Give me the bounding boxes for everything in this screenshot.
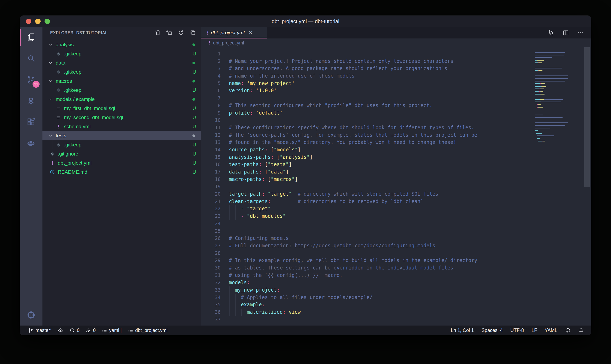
- tree-item-readme-md[interactable]: README.mdU: [42, 168, 201, 177]
- minimap-line: [535, 120, 582, 121]
- tree-item-gitkeep[interactable]: .gitkeepU: [42, 67, 201, 77]
- code-line-19[interactable]: 19: [201, 183, 591, 191]
- code-line-12[interactable]: 12# The `source-paths` config, for examp…: [201, 131, 591, 139]
- minimize-window-button[interactable]: [35, 19, 41, 24]
- tree-item-label: models / example: [56, 96, 95, 102]
- activity-item-debug[interactable]: [20, 90, 42, 111]
- status-left-0[interactable]: 0: [69, 328, 80, 333]
- tree-item-my-first-dbt-model-sql[interactable]: my_first_dbt_model.sqlU: [42, 104, 201, 113]
- status-left-yaml[interactable]: yaml |: [102, 328, 122, 333]
- title-bar[interactable]: dbt_project.yml — dbt-tutorial: [20, 16, 591, 27]
- refresh-button[interactable]: [178, 30, 184, 36]
- new-folder-button[interactable]: [166, 30, 172, 36]
- breadcrumb[interactable]: ! dbt_project.yml: [201, 39, 591, 47]
- code-line-16[interactable]: 16test-paths: ["tests"]: [201, 161, 591, 168]
- activity-item-extensions[interactable]: [20, 111, 42, 132]
- line-content: target-path: "target" # directory which …: [229, 191, 438, 198]
- split-button[interactable]: [562, 29, 569, 36]
- minimap[interactable]: [535, 50, 582, 146]
- code-line-27[interactable]: 27# Full documentation: https://docs.get…: [201, 242, 591, 250]
- code-line-11[interactable]: 11# These configurations specify where d…: [201, 124, 591, 131]
- close-tab-icon[interactable]: ×: [249, 30, 252, 36]
- tree-item-models-example[interactable]: models / example: [42, 95, 201, 104]
- code-line-32[interactable]: 32models:: [201, 279, 591, 286]
- tree-item-dbt-project-yml[interactable]: !dbt_project.ymlU: [42, 158, 201, 168]
- tree-item-gitkeep[interactable]: .gitkeepU: [42, 86, 201, 95]
- code-line-5[interactable]: 5name: 'my_new_project': [201, 80, 591, 87]
- line-number: 16: [201, 161, 221, 168]
- code-line-26[interactable]: 26# Configuring models: [201, 235, 591, 242]
- tree-item-analysis[interactable]: analysis: [42, 40, 201, 49]
- activity-item-search[interactable]: [20, 48, 42, 69]
- code-line-35[interactable]: 35 example:: [201, 301, 591, 309]
- code-line-37[interactable]: 37: [201, 316, 591, 324]
- code-line-1[interactable]: 1: [201, 50, 591, 58]
- status-right-smiley[interactable]: [565, 328, 571, 333]
- breadcrumb-item-file[interactable]: dbt_project.yml: [213, 40, 244, 46]
- activity-item-settings[interactable]: [20, 304, 42, 325]
- line-number: 13: [201, 139, 221, 146]
- status-right-yaml[interactable]: YAML: [545, 328, 557, 333]
- activity-item-explorer[interactable]: [20, 27, 42, 48]
- collapse-all-button[interactable]: [190, 30, 196, 36]
- new-file-button[interactable]: [154, 30, 161, 36]
- code-line-3[interactable]: 3# and underscores. A good package name …: [201, 65, 591, 72]
- code-line-6[interactable]: 6version: '1.0.0': [201, 87, 591, 94]
- status-right-bell[interactable]: [578, 328, 584, 333]
- code-line-14[interactable]: 14source-paths: ["models"]: [201, 146, 591, 154]
- status-left-dbt-project-yml[interactable]: dbt_project.yml: [128, 328, 167, 333]
- tree-item-macros[interactable]: macros: [42, 77, 201, 86]
- code-line-31[interactable]: 31# using the `{{ config(...) }}` macro.: [201, 272, 591, 279]
- status-left-0[interactable]: 0: [85, 328, 96, 333]
- code-line-24[interactable]: 24: [201, 220, 591, 228]
- code-line-30[interactable]: 30# as tables. These settings can be ove…: [201, 264, 591, 272]
- code-line-9[interactable]: 9profile: 'default': [201, 109, 591, 117]
- code-line-21[interactable]: 21clean-targets: # directories to be rem…: [201, 198, 591, 205]
- tree-item-gitkeep[interactable]: .gitkeepU: [42, 49, 201, 58]
- status-left-master[interactable]: master*: [28, 328, 52, 333]
- tree-item-data[interactable]: data: [42, 58, 201, 67]
- code-line-34[interactable]: 34 # Applies to all files under models/e…: [201, 294, 591, 301]
- code-line-20[interactable]: 20target-path: "target" # directory whic…: [201, 191, 591, 198]
- ellipsis-button[interactable]: [577, 29, 584, 36]
- minimap-line: [535, 55, 582, 55]
- status-right-spaces-4[interactable]: Spaces: 4: [482, 328, 503, 333]
- code-line-7[interactable]: 7: [201, 94, 591, 102]
- minimap-line: [535, 125, 582, 126]
- tree-item-tests[interactable]: tests: [42, 131, 201, 140]
- tree-item-gitignore[interactable]: .gitignoreU: [42, 149, 201, 158]
- code-line-13[interactable]: 13# found in the "models/" directory. Yo…: [201, 139, 591, 146]
- code-editor[interactable]: 12# Name your project! Project names sho…: [201, 47, 591, 325]
- yaml-warning-icon: !: [56, 124, 61, 129]
- vertical-scrollbar[interactable]: [584, 47, 590, 187]
- code-line-15[interactable]: 15analysis-paths: ["analysis"]: [201, 154, 591, 161]
- close-window-button[interactable]: [26, 19, 31, 24]
- tree-item-gitkeep[interactable]: .gitkeepU: [42, 140, 201, 149]
- tree-item-schema-yml[interactable]: !schema.ymlU: [42, 122, 201, 131]
- code-line-10[interactable]: 10: [201, 117, 591, 124]
- code-line-36[interactable]: 36 materialized: view: [201, 309, 591, 316]
- status-right-ln-1-col-1[interactable]: Ln 1, Col 1: [451, 328, 474, 333]
- code-line-22[interactable]: 22 - "target": [201, 205, 591, 213]
- compare-button[interactable]: [548, 29, 555, 36]
- tab-dbt-project-yml[interactable]: ! dbt_project.yml ×: [201, 27, 267, 39]
- code-line-33[interactable]: 33 my_new_project:: [201, 286, 591, 294]
- activity-item-source-control[interactable]: 11: [20, 69, 42, 90]
- zoom-window-button[interactable]: [44, 19, 50, 24]
- code-line-28[interactable]: 28: [201, 250, 591, 257]
- line-number: 19: [201, 183, 221, 191]
- code-line-25[interactable]: 25: [201, 228, 591, 235]
- code-line-29[interactable]: 29# In this example config, we tell dbt …: [201, 257, 591, 264]
- git-file-icon: [56, 142, 61, 148]
- code-line-18[interactable]: 18macro-paths: ["macros"]: [201, 176, 591, 183]
- status-right-utf-8[interactable]: UTF-8: [510, 328, 524, 333]
- code-line-8[interactable]: 8# This setting configures which "profil…: [201, 102, 591, 109]
- status-left-cloud[interactable]: [58, 328, 63, 333]
- code-line-23[interactable]: 23 - "dbt_modules": [201, 213, 591, 220]
- activity-item-docker[interactable]: [20, 132, 42, 154]
- status-right-lf[interactable]: LF: [531, 328, 537, 333]
- code-line-17[interactable]: 17data-paths: ["data"]: [201, 168, 591, 176]
- tree-item-my-second-dbt-model-sql[interactable]: my_second_dbt_model.sqlU: [42, 113, 201, 122]
- code-line-4[interactable]: 4# name or the intended use of these mod…: [201, 72, 591, 80]
- code-line-2[interactable]: 2# Name your project! Project names shou…: [201, 58, 591, 65]
